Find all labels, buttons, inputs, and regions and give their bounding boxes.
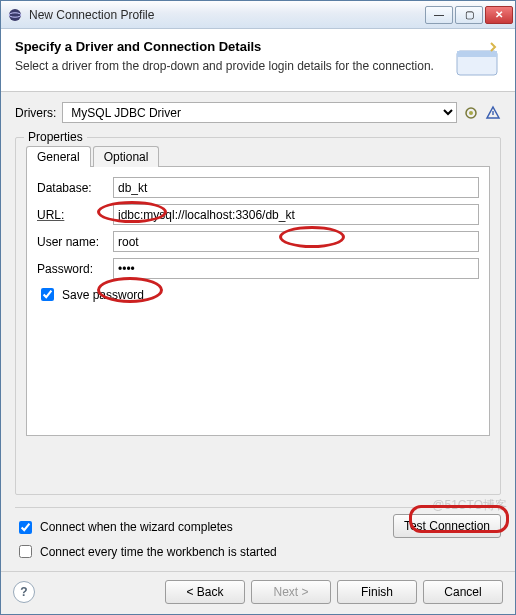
properties-group: Properties General Optional Database: UR… [15,137,501,495]
maximize-button[interactable]: ▢ [455,6,483,24]
tab-panel-general: Database: URL: User name: Password: [26,166,490,436]
back-button[interactable]: < Back [165,580,245,604]
username-label: User name: [37,235,107,249]
test-connection-button[interactable]: Test Connection [393,514,501,538]
cancel-button[interactable]: Cancel [423,580,503,604]
close-button[interactable]: ✕ [485,6,513,24]
svg-rect-6 [492,111,493,115]
database-input[interactable] [113,177,479,198]
edit-driver-icon[interactable] [463,105,479,121]
password-input[interactable] [113,258,479,279]
page-subtitle: Select a driver from the drop-down and p… [15,58,445,74]
save-password-label: Save password [62,288,144,302]
finish-button[interactable]: Finish [337,580,417,604]
wizard-footer: ? < Back Next > Finish Cancel [1,571,515,614]
svg-point-0 [9,9,21,21]
wizard-banner-icon [453,39,501,79]
warning-icon[interactable] [485,105,501,121]
page-title: Specify a Driver and Connection Details [15,39,445,54]
next-button[interactable]: Next > [251,580,331,604]
minimize-button[interactable]: — [425,6,453,24]
connect-on-start-label: Connect every time the workbench is star… [40,545,277,559]
window-title: New Connection Profile [29,8,425,22]
database-label: Database: [37,181,107,195]
svg-point-5 [469,111,473,115]
drivers-label: Drivers: [15,106,56,120]
drivers-dropdown[interactable]: MySQL JDBC Driver [62,102,457,123]
username-input[interactable] [113,231,479,252]
properties-legend: Properties [24,130,87,144]
eclipse-icon [7,7,23,23]
titlebar: New Connection Profile — ▢ ✕ [1,1,515,29]
wizard-header: Specify a Driver and Connection Details … [1,29,515,92]
connect-on-start-checkbox[interactable] [19,545,32,558]
svg-rect-3 [457,51,497,57]
connect-on-complete-label: Connect when the wizard completes [40,520,233,534]
save-password-checkbox[interactable] [41,288,54,301]
tab-general[interactable]: General [26,146,91,167]
url-input[interactable] [113,204,479,225]
connect-on-complete-checkbox[interactable] [19,521,32,534]
help-button[interactable]: ? [13,581,35,603]
password-label: Password: [37,262,107,276]
tab-optional[interactable]: Optional [93,146,160,167]
url-label: URL: [37,208,107,222]
